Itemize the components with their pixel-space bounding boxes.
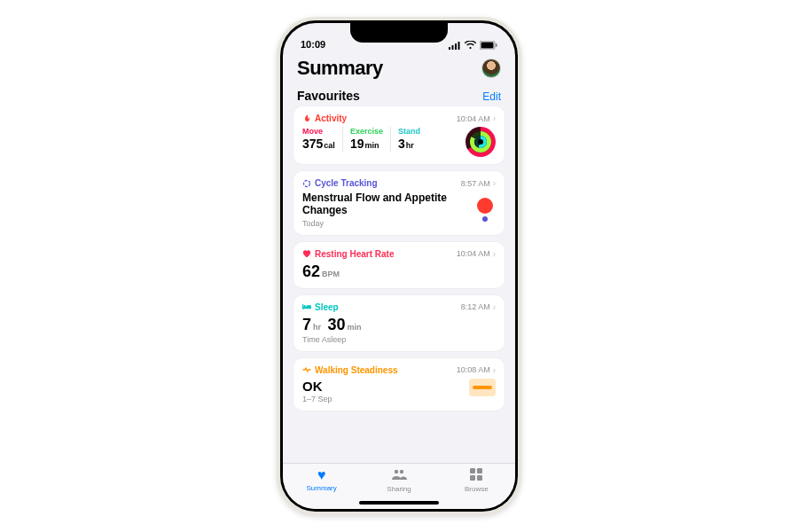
- favourites-header: Favourites Edit: [283, 83, 515, 106]
- tab-browse[interactable]: Browse: [445, 468, 507, 493]
- svg-rect-0: [449, 47, 450, 50]
- walk-value: OK: [302, 379, 332, 394]
- notch: [350, 23, 448, 43]
- svg-point-13: [400, 470, 403, 473]
- sleep-card[interactable]: Sleep 8:12 AM› 7hr 30min Time Asleep: [293, 295, 505, 351]
- activity-card[interactable]: Activity 10:04 AM› Move 375cal Exercise: [293, 106, 505, 164]
- page-title: Summary: [297, 57, 383, 80]
- activity-title: Activity: [302, 113, 347, 123]
- tab-bar: ♥ Summary Sharing Browse: [283, 463, 515, 509]
- resting-heart-rate-card[interactable]: Resting Heart Rate 10:04 AM› 62BPM: [293, 242, 505, 288]
- svg-rect-17: [477, 475, 482, 481]
- activity-time: 10:04 AM: [457, 114, 490, 123]
- header: Summary: [283, 51, 515, 83]
- cycle-headline: Menstrual Flow and Appetite Changes: [302, 192, 475, 217]
- chevron-right-icon: ›: [493, 302, 496, 312]
- walk-time: 10:08 AM: [457, 365, 490, 374]
- svg-rect-3: [458, 42, 460, 50]
- cellular-signal-icon: [449, 41, 461, 50]
- heart-value: 62: [302, 262, 320, 280]
- svg-rect-11: [307, 305, 311, 307]
- svg-rect-15: [477, 468, 482, 473]
- svg-rect-6: [496, 43, 497, 47]
- cycle-sub: Today: [302, 219, 475, 228]
- steadiness-icon: [302, 365, 311, 374]
- steadiness-bar-icon: [469, 379, 496, 396]
- walk-title: Walking Steadiness: [302, 365, 398, 375]
- heart-icon: [302, 249, 311, 258]
- svg-point-12: [395, 470, 398, 473]
- screen: 10:09 Summary: [283, 23, 515, 509]
- bed-icon: [302, 302, 311, 311]
- chevron-right-icon: ›: [493, 113, 496, 123]
- cycle-title: Cycle Tracking: [302, 178, 378, 188]
- sleep-minutes: 30: [327, 316, 345, 333]
- svg-rect-14: [470, 468, 475, 473]
- cycle-icon: [302, 179, 311, 188]
- stand-label: Stand: [398, 127, 420, 136]
- stand-value: 3: [398, 137, 405, 151]
- cycle-time: 8:57 AM: [461, 179, 490, 188]
- svg-point-10: [304, 305, 306, 307]
- chevron-right-icon: ›: [493, 365, 496, 375]
- svg-rect-16: [470, 475, 475, 481]
- svg-rect-1: [452, 45, 454, 50]
- cards-scroll[interactable]: Activity 10:04 AM› Move 375cal Exercise: [283, 106, 515, 463]
- tab-sharing[interactable]: Sharing: [368, 468, 430, 493]
- svg-rect-9: [302, 305, 303, 309]
- favourites-title: Favourites: [297, 89, 360, 103]
- wifi-icon: [465, 41, 476, 50]
- svg-point-7: [304, 180, 310, 186]
- move-value: 375: [302, 137, 323, 151]
- sleep-time: 8:12 AM: [461, 302, 490, 311]
- edit-button[interactable]: Edit: [482, 90, 501, 103]
- flame-icon: [302, 114, 311, 123]
- move-label: Move: [302, 127, 335, 136]
- grid-icon: [445, 468, 507, 483]
- home-indicator[interactable]: [359, 501, 439, 505]
- tab-summary[interactable]: ♥ Summary: [291, 468, 353, 492]
- exercise-label: Exercise: [350, 127, 383, 136]
- cycle-tracking-card[interactable]: Cycle Tracking 8:57 AM› Menstrual Flow a…: [293, 171, 505, 235]
- heart-fill-icon: ♥: [291, 468, 353, 482]
- heart-time: 10:04 AM: [457, 249, 490, 258]
- sleep-sub: Time Asleep: [302, 335, 496, 344]
- people-icon: [368, 468, 430, 483]
- exercise-value: 19: [350, 137, 364, 151]
- sleep-hours: 7: [302, 316, 311, 333]
- battery-icon: [480, 41, 497, 50]
- sleep-title: Sleep: [302, 302, 339, 312]
- svg-rect-5: [481, 43, 494, 49]
- cycle-visual-icon: [475, 198, 496, 222]
- status-time: 10:09: [301, 39, 325, 50]
- chevron-right-icon: ›: [493, 249, 496, 259]
- heart-title: Resting Heart Rate: [302, 249, 394, 259]
- walking-steadiness-card[interactable]: Walking Steadiness 10:08 AM› OK 1–7 Sep: [293, 358, 505, 411]
- phone-frame: 10:09 Summary: [277, 17, 521, 515]
- activity-rings-icon: [466, 127, 496, 157]
- chevron-right-icon: ›: [493, 178, 496, 188]
- avatar[interactable]: [481, 59, 501, 78]
- svg-rect-2: [455, 43, 457, 50]
- walk-sub: 1–7 Sep: [302, 395, 332, 403]
